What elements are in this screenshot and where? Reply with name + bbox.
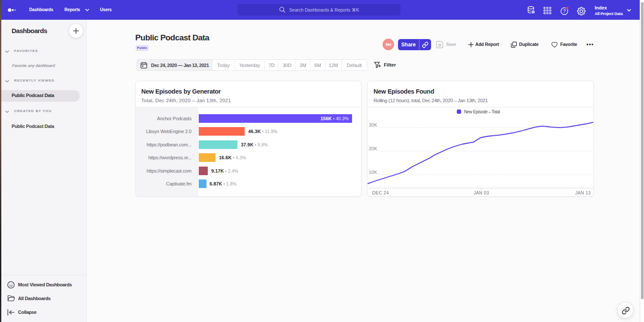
svg-text:?: ? [563,9,565,14]
svg-text:DEC 24: DEC 24 [372,190,389,195]
svg-text:JAN 03: JAN 03 [474,190,489,195]
svg-text:20K: 20K [369,146,377,151]
svg-text:10K: 10K [369,170,377,175]
svg-text:JAN 13: JAN 13 [575,190,591,195]
svg-text:30K: 30K [369,122,377,128]
